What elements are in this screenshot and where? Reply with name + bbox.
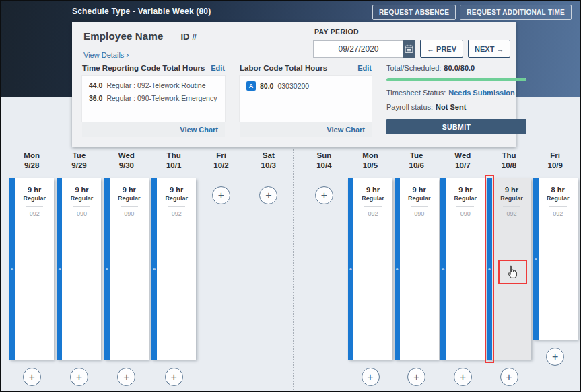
shift-code: 092: [26, 206, 43, 217]
day-date: 10/1: [166, 161, 181, 171]
trc-list: 44.0 Regular : 092-Telework Routine 36.0…: [82, 76, 225, 122]
pay-period-date-input[interactable]: [313, 40, 403, 58]
week-1: Mon9/28A9 hrRegular092+Tue9/29A9 hrRegul…: [8, 146, 292, 391]
day-name: Mon: [24, 151, 40, 161]
shift-card[interactable]: A9 hrRegular090: [57, 178, 101, 360]
day-column-tue-10-6: Tue10/6A9 hrRegular090+: [393, 146, 440, 391]
add-entry-button[interactable]: +: [546, 348, 564, 366]
view-details-label: View Details: [83, 51, 124, 59]
trc-row: 36.0 Regular : 090-Telework Emergency: [89, 94, 218, 102]
add-entry-button[interactable]: +: [165, 368, 183, 386]
employee-summary-card: Employee Name ID # View Details› PAY PER…: [72, 22, 516, 147]
prev-pay-period-button[interactable]: ← PREV: [420, 40, 463, 58]
shift-card[interactable]: A9 hrRegular092: [348, 178, 392, 360]
add-entry-button[interactable]: +: [500, 368, 518, 386]
labor-view-chart-link[interactable]: View Chart: [327, 126, 365, 134]
day-column-mon-10-5: Mon10/5A9 hrRegular092+: [347, 146, 394, 391]
labor-edit-link[interactable]: Edit: [357, 64, 372, 72]
shift-card-content: 9 hrRegular090: [110, 178, 149, 217]
labor-code-section: Labor Code Total Hours Edit A 80.0 03030…: [240, 64, 372, 137]
trc-edit-link[interactable]: Edit: [211, 64, 225, 72]
add-entry-button[interactable]: +: [454, 368, 472, 386]
day-column-thu-10-8: Thu10/8A9 hrRegular092+: [486, 146, 533, 391]
shift-card[interactable]: A9 hrRegular092: [9, 178, 54, 360]
day-name: Fri: [213, 151, 228, 161]
shift-card[interactable]: A9 hrRegular090: [104, 178, 149, 360]
day-header: Tue10/6: [409, 151, 423, 171]
day-name: Thu: [502, 151, 516, 161]
day-header: Mon9/28: [24, 151, 40, 171]
trc-row-hours: 44.0: [89, 81, 102, 89]
payroll-status-row: Payroll status:Not Sent: [386, 103, 526, 111]
shift-hours: 9 hr: [353, 186, 392, 194]
day-column-fri-10-2: Fri10/2+: [197, 146, 244, 391]
day-name: Fri: [548, 151, 563, 161]
add-entry-button[interactable]: +: [362, 368, 380, 386]
shift-accent-bar: A: [533, 178, 539, 340]
employee-id: ID #: [180, 32, 197, 42]
trc-view-chart-link[interactable]: View Chart: [180, 126, 218, 134]
shift-code: 090: [121, 206, 138, 217]
total-scheduled-row: Total/Scheduled:80.0/80.0: [386, 64, 526, 72]
shift-accent-bar: A: [57, 178, 62, 360]
shift-code: 092: [549, 206, 567, 217]
day-column-wed-10-7: Wed10/7A9 hrRegular090+: [440, 146, 486, 391]
shift-type: Regular: [492, 195, 531, 202]
bar-label: A: [58, 267, 61, 271]
shift-code: 090: [456, 206, 474, 217]
shift-code: 092: [168, 206, 185, 217]
shift-card[interactable]: A9 hrRegular090: [440, 178, 485, 360]
day-column-wed-9-30: Wed9/30A9 hrRegular090+: [103, 146, 150, 391]
shift-code: 090: [411, 206, 428, 217]
day-column-sun-10-4: Sun10/4+: [301, 146, 347, 391]
shift-card-content: 9 hrRegular092: [15, 178, 54, 217]
payroll-status-value: Not Sent: [436, 103, 466, 111]
calendar-button[interactable]: [403, 40, 415, 58]
timesheet-status-value: Needs Submission: [448, 89, 514, 97]
shift-type: Regular: [15, 195, 54, 202]
week-2: Sun10/4+Mon10/5A9 hrRegular092+Tue10/6A9…: [301, 146, 578, 391]
add-entry-button[interactable]: +: [259, 186, 277, 204]
day-date: 10/8: [502, 161, 516, 171]
day-date: 10/7: [454, 161, 471, 171]
request-absence-button[interactable]: REQUEST ABSENCE: [372, 5, 456, 20]
employee-name: Employee Name: [83, 30, 163, 42]
schedule-grid: Mon9/28A9 hrRegular092+Tue9/29A9 hrRegul…: [1, 146, 580, 391]
day-name: Sat: [261, 151, 276, 161]
timesheet-screen: Schedule Type - Variable Week (80) REQUE…: [0, 0, 581, 392]
shift-card[interactable]: A9 hrRegular090: [395, 178, 439, 360]
labor-row: A 80.0 03030200: [246, 81, 365, 91]
day-header: Wed9/30: [118, 151, 135, 171]
shift-accent-bar: A: [440, 178, 446, 360]
day-name: Wed: [118, 151, 135, 161]
shift-card[interactable]: A9 hrRegular092: [487, 178, 531, 360]
add-entry-button[interactable]: +: [212, 186, 230, 204]
shift-card[interactable]: A8 hrRegular092: [533, 178, 578, 340]
day-column-mon-9-28: Mon9/28A9 hrRegular092+: [8, 146, 55, 391]
bar-label: A: [396, 267, 399, 271]
chevron-right-icon: ›: [126, 50, 129, 60]
shift-card-content: 9 hrRegular090: [62, 178, 101, 217]
shift-card-content: 9 hrRegular092: [157, 178, 196, 217]
add-entry-button[interactable]: +: [70, 368, 88, 386]
shift-hours: 9 hr: [157, 186, 196, 194]
view-details-link[interactable]: View Details›: [83, 50, 129, 60]
add-entry-button[interactable]: +: [23, 368, 41, 386]
add-entry-button[interactable]: +: [315, 186, 333, 204]
submit-button[interactable]: SUBMIT: [386, 119, 526, 134]
add-entry-button[interactable]: +: [117, 368, 135, 386]
bar-label: A: [442, 267, 444, 271]
labor-a-badge: A: [246, 81, 256, 91]
shift-hours: 9 hr: [62, 186, 101, 194]
shift-hours: 9 hr: [400, 186, 439, 194]
trc-row: 44.0 Regular : 092-Telework Routine: [89, 81, 218, 89]
day-header: Fri10/2: [213, 151, 228, 171]
add-entry-button[interactable]: +: [407, 368, 425, 386]
next-pay-period-button[interactable]: NEXT →: [468, 40, 510, 58]
shift-accent-bar: A: [348, 178, 353, 360]
day-header: Fri10/9: [548, 151, 563, 171]
day-header: Sun10/4: [316, 151, 331, 171]
shift-card[interactable]: A9 hrRegular092: [151, 178, 196, 360]
shift-hours: 9 hr: [492, 186, 531, 194]
request-additional-time-button[interactable]: REQUEST ADDITIONAL TIME: [460, 5, 572, 20]
